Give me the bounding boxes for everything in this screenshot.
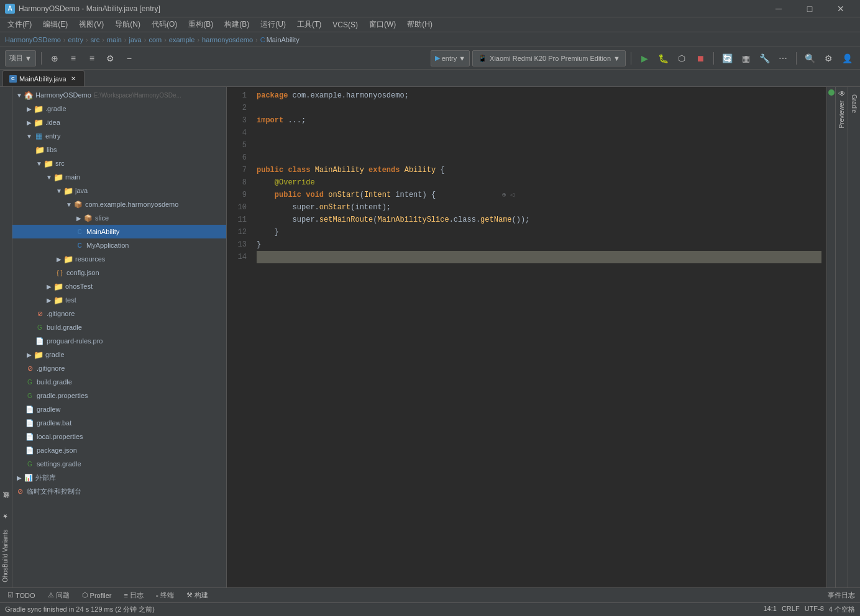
status-indent[interactable]: 4 个空格: [829, 605, 855, 614]
menu-navigate[interactable]: 导航(N): [110, 18, 145, 32]
bottom-tab-log[interactable]: ≡ 日志: [121, 588, 145, 603]
tree-item-temp-files[interactable]: ⊘ 临时文件和控制台: [12, 484, 226, 498]
gradle-label[interactable]: Gradle: [851, 94, 858, 113]
sidebar-item-structure[interactable]: 结构: [0, 87, 12, 97]
sidebar-item-ohos-build[interactable]: OhosBuild Variants: [0, 525, 12, 587]
breadcrumb-java[interactable]: java: [129, 36, 142, 43]
account-button[interactable]: 👤: [839, 50, 855, 66]
tree-icon-mainability: C: [75, 227, 85, 237]
collapse-all-button[interactable]: ≡: [84, 50, 100, 66]
status-line-ending[interactable]: CRLF: [782, 605, 800, 614]
menu-vcs[interactable]: VCS(S): [327, 18, 363, 32]
tree-item-test[interactable]: ▶ 📁 test: [12, 293, 226, 307]
tree-item-gitignore-entry[interactable]: ⊘ .gitignore: [12, 307, 226, 320]
breadcrumb-project[interactable]: HarmonyOSDemo: [5, 36, 61, 43]
tree-item-gradlew-bat[interactable]: 📄 gradlew.bat: [12, 416, 226, 430]
breadcrumb-example[interactable]: example: [169, 36, 195, 43]
menu-window[interactable]: 窗口(W): [364, 18, 401, 32]
previewer-label[interactable]: Previewer: [838, 101, 845, 128]
breadcrumb-src[interactable]: src: [91, 36, 100, 43]
tree-item-gradlew[interactable]: 📄 gradlew: [12, 402, 226, 416]
bottom-tab-problems[interactable]: ⚠ 问题: [45, 588, 72, 603]
tree-item-gradle-hidden[interactable]: ▶ 📁 .gradle: [12, 102, 226, 116]
run-config-button[interactable]: ▶ entry ▼: [431, 50, 470, 66]
menu-help[interactable]: 帮助(H): [402, 18, 437, 32]
tree-item-java[interactable]: ▼ 📁 java: [12, 184, 226, 197]
menu-edit[interactable]: 编辑(E): [38, 18, 73, 32]
tree-item-config[interactable]: { } config.json: [12, 266, 226, 279]
tree-item-gradle-properties[interactable]: G gradle.properties: [12, 389, 226, 402]
device-selector[interactable]: 📱 Xiaomi Redmi K20 Pro Premium Edition ▼: [472, 50, 626, 66]
more-tools-button[interactable]: ⋯: [775, 50, 791, 66]
expand-all-button[interactable]: ≡: [65, 50, 81, 66]
tree-label-root: HarmonyOSDemo: [35, 91, 91, 99]
tab-close-button[interactable]: ✕: [69, 75, 78, 83]
tree-item-package-json[interactable]: 📄 package.json: [12, 443, 226, 457]
settings-button[interactable]: ⚙: [820, 50, 836, 66]
bottom-tab-profiler[interactable]: ⬡ Profiler: [80, 588, 114, 603]
stop-button[interactable]: ⏹: [692, 50, 708, 66]
tree-label-config: config.json: [66, 269, 99, 276]
tree-item-mainability[interactable]: C MainAbility: [12, 225, 226, 238]
tree-item-build-gradle-root[interactable]: G build.gradle: [12, 375, 226, 389]
menu-run[interactable]: 运行(U): [255, 18, 291, 32]
minimize-button[interactable]: ─: [764, 0, 793, 17]
menu-refactor[interactable]: 重构(B): [183, 18, 218, 32]
title-bar: A HarmonyOSDemo - MainAbility.java [entr…: [0, 0, 860, 17]
project-selector-button[interactable]: 项目 ▼: [5, 50, 36, 66]
tree-item-external-libs[interactable]: ▶ 📊 外部库: [12, 471, 226, 484]
run-button[interactable]: ▶: [636, 50, 652, 66]
breadcrumb-entry[interactable]: entry: [68, 36, 83, 43]
breadcrumb-main[interactable]: main: [107, 36, 122, 43]
tree-item-gradle-dir[interactable]: ▶ 📁 gradle: [12, 348, 226, 361]
breadcrumb-com[interactable]: com: [149, 36, 162, 43]
tree-label-libs: libs: [47, 146, 57, 153]
tab-main-ability[interactable]: C MainAbility.java ✕: [2, 70, 85, 86]
tree-item-resources[interactable]: ▶ 📁 resources: [12, 252, 226, 266]
tree-item-slice[interactable]: ▶ 📦 slice: [12, 211, 226, 225]
debug-button[interactable]: 🐛: [655, 50, 671, 66]
status-encoding[interactable]: UTF-8: [805, 605, 824, 614]
bottom-tab-build[interactable]: ⚒ 构建: [184, 588, 211, 603]
status-position[interactable]: 14:1: [763, 605, 776, 614]
avd-button[interactable]: ▦: [738, 50, 754, 66]
profile-button[interactable]: ⬡: [674, 50, 690, 66]
search-everywhere-button[interactable]: 🔍: [802, 50, 818, 66]
tree-item-src[interactable]: ▼ 📁 src: [12, 156, 226, 170]
tree-item-root[interactable]: ▼ 🏠 HarmonyOSDemo E:\Workspace\HarmonyOS…: [12, 88, 226, 102]
sync-button[interactable]: 🔄: [719, 50, 735, 66]
tree-item-main[interactable]: ▼ 📁 main: [12, 170, 226, 184]
menu-code[interactable]: 代码(O): [147, 18, 182, 32]
bottom-tab-todo[interactable]: ☑ TODO: [5, 588, 38, 603]
close-button[interactable]: ✕: [826, 0, 855, 17]
maximize-button[interactable]: □: [795, 0, 824, 17]
menu-file[interactable]: 文件(F): [2, 18, 37, 32]
menu-tools[interactable]: 工具(T): [292, 18, 326, 32]
add-button[interactable]: ⊕: [47, 50, 63, 66]
event-log-label[interactable]: 事件日志: [828, 591, 855, 600]
tree-item-myapplication[interactable]: C MyApplication: [12, 238, 226, 252]
tree-item-entry[interactable]: ▼ ▦ entry: [12, 129, 226, 143]
breadcrumb-current[interactable]: MainAbility: [267, 36, 300, 43]
sidebar-item-favorites[interactable]: 收藏: [0, 498, 12, 508]
tree-icon-test: 📁: [53, 295, 63, 305]
tree-item-package[interactable]: ▼ 📦 com.example.harmonyosdemo: [12, 197, 226, 211]
breadcrumb-harmonyosdemo[interactable]: harmonyosdemo: [202, 36, 253, 43]
code-editor[interactable]: package com.example.harmonyosdemo; impor…: [252, 87, 826, 587]
sdk-button[interactable]: 🔧: [756, 50, 772, 66]
previewer-icon[interactable]: 👁: [838, 89, 846, 98]
tree-item-proguard[interactable]: 📄 proguard-rules.pro: [12, 334, 226, 348]
tree-item-idea[interactable]: ▶ 📁 .idea: [12, 116, 226, 129]
sidebar-item-star[interactable]: ★: [0, 508, 12, 525]
tree-item-settings-gradle[interactable]: G settings.gradle: [12, 457, 226, 471]
tree-item-ohostest[interactable]: ▶ 📁 ohosTest: [12, 279, 226, 293]
menu-view[interactable]: 视图(V): [74, 18, 109, 32]
tree-item-local-properties[interactable]: 📄 local.properties: [12, 430, 226, 443]
sidebar-minimize-button[interactable]: −: [121, 50, 137, 66]
tree-item-gitignore-root[interactable]: ⊘ .gitignore: [12, 361, 226, 375]
sidebar-settings-button[interactable]: ⚙: [103, 50, 119, 66]
tree-item-build-gradle-entry[interactable]: G build.gradle: [12, 320, 226, 334]
bottom-tab-terminal[interactable]: ▫ 终端: [153, 588, 176, 603]
tree-item-libs[interactable]: 📁 libs: [12, 143, 226, 156]
menu-build[interactable]: 构建(B): [219, 18, 254, 32]
